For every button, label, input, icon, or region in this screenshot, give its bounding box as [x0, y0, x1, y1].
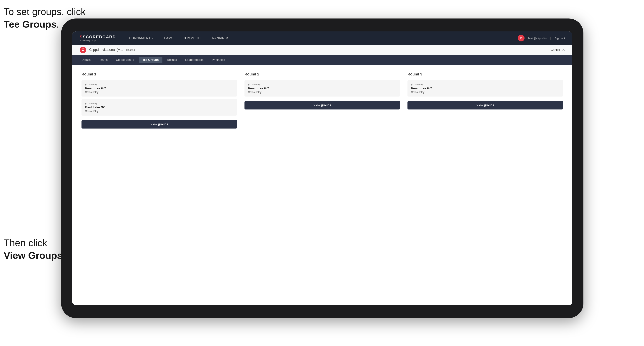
logo-text: SSCOREBOARD	[80, 35, 116, 39]
round-1-column: Round 1 (Course A) Peachtree GC Stroke P…	[82, 72, 237, 129]
nav-teams[interactable]: TEAMS	[162, 35, 173, 41]
nav-committee[interactable]: COMMITTEE	[182, 35, 203, 41]
tab-tee-groups[interactable]: Tee Groups	[139, 57, 162, 63]
rounds-container: Round 1 (Course A) Peachtree GC Stroke P…	[82, 72, 563, 129]
round-1-course-b-label: (Course B)	[85, 102, 233, 105]
round-1-course-b-card: (Course B) East Lake GC Stroke Play	[82, 99, 237, 116]
round-1-course-a-label: (Course A)	[85, 83, 233, 86]
sign-out-link[interactable]: Sign out	[555, 37, 565, 40]
round-1-view-groups-button[interactable]: View groups	[82, 120, 237, 129]
tab-details[interactable]: Details	[78, 57, 94, 63]
round-2-course-a-type: Stroke Play	[248, 91, 396, 94]
nav-links: TOURNAMENTS TEAMS COMMITTEE RANKINGS	[127, 35, 518, 41]
annotation-top-period: .	[56, 19, 59, 30]
tab-results[interactable]: Results	[163, 57, 180, 63]
tab-teams[interactable]: Teams	[95, 57, 111, 63]
nav-tournaments[interactable]: TOURNAMENTS	[127, 35, 153, 41]
annotation-bottom-line1: Then click	[4, 237, 47, 248]
round-3-column: Round 3 (Course A) Peachtree GC Stroke P…	[408, 72, 563, 129]
tab-printables[interactable]: Printables	[208, 57, 229, 63]
round-1-title: Round 1	[82, 72, 237, 76]
close-icon[interactable]: ✕	[562, 48, 565, 52]
round-2-column: Round 2 (Course A) Peachtree GC Stroke P…	[244, 72, 400, 129]
tab-nav: Details Teams Course Setup Tee Groups Re…	[72, 55, 572, 65]
tournament-info: C Clippd Invitational (M... Hosting	[80, 47, 551, 53]
round-3-course-a-type: Stroke Play	[411, 91, 559, 94]
round-2-view-groups-button[interactable]: View groups	[244, 101, 400, 110]
round-2-course-a-label: (Course A)	[248, 83, 396, 86]
round-1-course-b-type: Stroke Play	[85, 110, 233, 113]
round-3-course-a-name: Peachtree GC	[411, 87, 559, 90]
main-content: Round 1 (Course A) Peachtree GC Stroke P…	[72, 65, 572, 305]
annotation-top-line1: To set groups, click	[4, 6, 86, 17]
annotation-bottom-line2: View Groups	[4, 250, 62, 261]
cancel-button[interactable]: Cancel	[551, 48, 560, 52]
annotation-top-line2: Tee Groups	[4, 19, 56, 30]
round-2-course-a-name: Peachtree GC	[248, 87, 396, 90]
round-1-course-a-type: Stroke Play	[85, 91, 233, 94]
hosting-badge: Hosting	[126, 48, 135, 51]
round-2-course-a-card: (Course A) Peachtree GC Stroke Play	[244, 80, 400, 97]
round-3-title: Round 3	[408, 72, 563, 76]
sub-header: C Clippd Invitational (M... Hosting Canc…	[72, 45, 572, 55]
tournament-initial: C	[80, 47, 86, 53]
user-avatar: B	[518, 35, 524, 41]
round-1-course-b-name: East Lake GC	[85, 106, 233, 109]
round-1-course-a-name: Peachtree GC	[85, 87, 233, 90]
round-3-view-groups-button[interactable]: View groups	[408, 101, 563, 110]
user-email: blair@clippd.io	[528, 37, 546, 40]
nav-right: B blair@clippd.io | Sign out	[518, 35, 565, 41]
tournament-name: Clippd Invitational (M...	[89, 48, 123, 52]
annotation-bottom: Then click View Groups.	[4, 237, 65, 262]
tablet-frame: SSCOREBOARD Powered by clippit TOURNAMEN…	[61, 18, 584, 318]
tab-leaderboards[interactable]: Leaderboards	[182, 57, 207, 63]
top-nav: SSCOREBOARD Powered by clippit TOURNAMEN…	[72, 31, 572, 45]
round-1-course-a-card: (Course A) Peachtree GC Stroke Play	[82, 80, 237, 97]
round-3-course-a-label: (Course A)	[411, 83, 559, 86]
nav-rankings[interactable]: RANKINGS	[212, 35, 229, 41]
tab-course-setup[interactable]: Course Setup	[112, 57, 138, 63]
logo-area: SSCOREBOARD Powered by clippit	[80, 35, 116, 42]
round-3-course-a-card: (Course A) Peachtree GC Stroke Play	[408, 80, 563, 97]
logo-sub: Powered by clippit	[80, 39, 116, 42]
round-2-title: Round 2	[244, 72, 400, 76]
tablet-screen: SSCOREBOARD Powered by clippit TOURNAMEN…	[72, 31, 572, 305]
